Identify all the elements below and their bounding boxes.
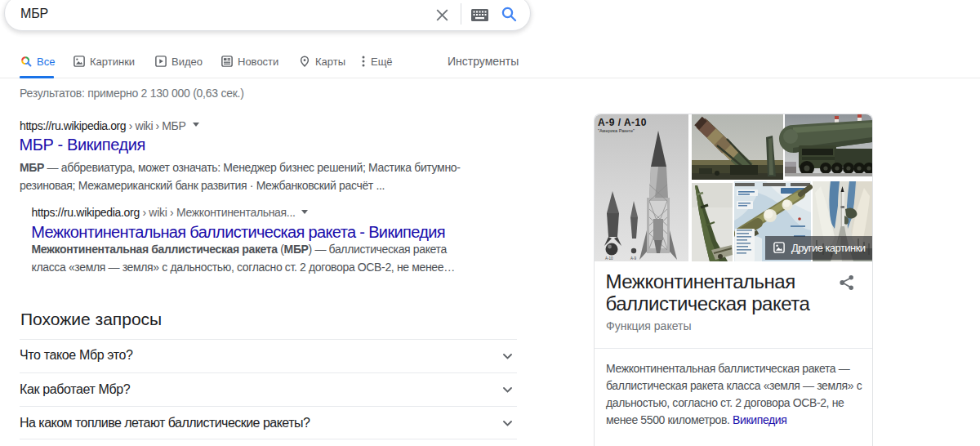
svg-text:"Америка Ракете": "Америка Ракете" [598, 128, 635, 133]
svg-text:A-10: A-10 [605, 256, 613, 261]
svg-text:A-9 / A-10: A-9 / A-10 [598, 117, 647, 128]
svg-text:A-9: A-9 [630, 256, 637, 261]
